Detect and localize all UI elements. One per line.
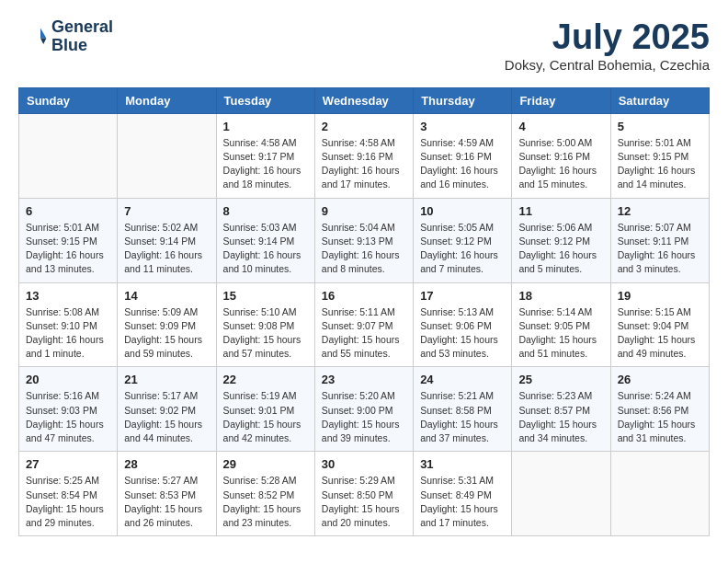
day-number: 9 [322, 204, 406, 218]
calendar-day-cell: 17Sunrise: 5:13 AM Sunset: 9:06 PM Dayli… [414, 282, 512, 367]
day-number: 15 [223, 289, 308, 303]
calendar-day-cell: 14Sunrise: 5:09 AM Sunset: 9:09 PM Dayli… [118, 282, 216, 367]
day-number: 20 [26, 373, 110, 386]
day-info: Sunrise: 5:31 AM Sunset: 8:49 PM Dayligh… [420, 474, 505, 530]
calendar-week-row: 20Sunrise: 5:16 AM Sunset: 9:03 PM Dayli… [19, 367, 710, 452]
calendar-day-cell: 22Sunrise: 5:19 AM Sunset: 9:01 PM Dayli… [216, 367, 314, 452]
calendar-day-cell: 19Sunrise: 5:15 AM Sunset: 9:04 PM Dayli… [610, 282, 709, 367]
day-info: Sunrise: 5:19 AM Sunset: 9:01 PM Dayligh… [223, 389, 308, 445]
day-info: Sunrise: 5:01 AM Sunset: 9:15 PM Dayligh… [26, 221, 110, 277]
calendar-day-cell: 13Sunrise: 5:08 AM Sunset: 9:10 PM Dayli… [19, 282, 118, 367]
day-info: Sunrise: 4:58 AM Sunset: 9:17 PM Dayligh… [223, 136, 308, 192]
calendar-day-cell [19, 113, 118, 198]
calendar-week-row: 1Sunrise: 4:58 AM Sunset: 9:17 PM Daylig… [19, 113, 710, 198]
weekday-header-cell: Sunday [19, 87, 118, 113]
day-number: 21 [124, 373, 209, 386]
day-number: 4 [518, 120, 603, 133]
calendar-day-cell [118, 113, 216, 198]
calendar-day-cell: 11Sunrise: 5:06 AM Sunset: 9:12 PM Dayli… [512, 198, 610, 282]
calendar-day-cell: 31Sunrise: 5:31 AM Sunset: 8:49 PM Dayli… [414, 452, 512, 536]
day-info: Sunrise: 5:16 AM Sunset: 9:03 PM Dayligh… [26, 389, 110, 445]
weekday-header-row: SundayMondayTuesdayWednesdayThursdayFrid… [19, 87, 710, 113]
day-info: Sunrise: 5:24 AM Sunset: 8:56 PM Dayligh… [618, 389, 702, 445]
day-info: Sunrise: 5:23 AM Sunset: 8:57 PM Dayligh… [518, 389, 603, 445]
svg-marker-1 [40, 38, 46, 43]
calendar-day-cell: 25Sunrise: 5:23 AM Sunset: 8:57 PM Dayli… [512, 367, 610, 452]
calendar-day-cell: 1Sunrise: 4:58 AM Sunset: 9:17 PM Daylig… [216, 113, 314, 198]
day-info: Sunrise: 5:03 AM Sunset: 9:14 PM Dayligh… [223, 221, 308, 277]
page-header: General Blue July 2025 Doksy, Central Bo… [18, 18, 710, 73]
day-number: 25 [518, 373, 603, 386]
calendar-day-cell: 8Sunrise: 5:03 AM Sunset: 9:14 PM Daylig… [216, 198, 314, 282]
calendar-day-cell: 26Sunrise: 5:24 AM Sunset: 8:56 PM Dayli… [610, 367, 709, 452]
weekday-header-cell: Friday [512, 87, 610, 113]
day-number: 8 [223, 204, 308, 218]
day-number: 11 [518, 204, 603, 218]
day-number: 6 [26, 204, 110, 218]
calendar-day-cell: 29Sunrise: 5:28 AM Sunset: 8:52 PM Dayli… [216, 452, 314, 536]
calendar-day-cell: 28Sunrise: 5:27 AM Sunset: 8:53 PM Dayli… [118, 452, 216, 536]
day-number: 27 [26, 457, 110, 471]
day-info: Sunrise: 5:25 AM Sunset: 8:54 PM Dayligh… [26, 474, 110, 530]
day-number: 3 [420, 120, 505, 133]
calendar-day-cell: 18Sunrise: 5:14 AM Sunset: 9:05 PM Dayli… [512, 282, 610, 367]
day-number: 1 [223, 120, 308, 133]
day-info: Sunrise: 5:11 AM Sunset: 9:07 PM Dayligh… [322, 305, 406, 362]
calendar-week-row: 6Sunrise: 5:01 AM Sunset: 9:15 PM Daylig… [19, 198, 710, 282]
location: Doksy, Central Bohemia, Czechia [505, 57, 710, 73]
calendar-day-cell: 12Sunrise: 5:07 AM Sunset: 9:11 PM Dayli… [610, 198, 709, 282]
calendar-day-cell [610, 452, 709, 536]
month-year: July 2025 [505, 18, 710, 57]
day-number: 10 [420, 204, 505, 218]
calendar-week-row: 27Sunrise: 5:25 AM Sunset: 8:54 PM Dayli… [19, 452, 710, 536]
weekday-header-cell: Wednesday [314, 87, 413, 113]
day-info: Sunrise: 5:08 AM Sunset: 9:10 PM Dayligh… [26, 305, 110, 362]
weekday-header-cell: Monday [118, 87, 216, 113]
day-info: Sunrise: 5:05 AM Sunset: 9:12 PM Dayligh… [420, 221, 505, 277]
day-number: 7 [124, 204, 209, 218]
day-number: 16 [322, 289, 406, 303]
day-info: Sunrise: 5:21 AM Sunset: 8:58 PM Dayligh… [420, 389, 505, 445]
day-number: 24 [420, 373, 505, 386]
day-info: Sunrise: 5:09 AM Sunset: 9:09 PM Dayligh… [124, 305, 209, 362]
calendar-day-cell: 9Sunrise: 5:04 AM Sunset: 9:13 PM Daylig… [314, 198, 413, 282]
calendar-day-cell: 23Sunrise: 5:20 AM Sunset: 9:00 PM Dayli… [314, 367, 413, 452]
day-number: 29 [223, 457, 308, 471]
calendar-day-cell: 6Sunrise: 5:01 AM Sunset: 9:15 PM Daylig… [19, 198, 118, 282]
day-info: Sunrise: 5:15 AM Sunset: 9:04 PM Dayligh… [618, 305, 702, 362]
calendar-day-cell: 10Sunrise: 5:05 AM Sunset: 9:12 PM Dayli… [414, 198, 512, 282]
calendar-day-cell: 7Sunrise: 5:02 AM Sunset: 9:14 PM Daylig… [118, 198, 216, 282]
calendar-day-cell: 27Sunrise: 5:25 AM Sunset: 8:54 PM Dayli… [19, 452, 118, 536]
calendar-day-cell [512, 452, 610, 536]
weekday-header-cell: Saturday [610, 87, 709, 113]
day-number: 31 [420, 457, 505, 471]
weekday-header-cell: Tuesday [216, 87, 314, 113]
day-info: Sunrise: 4:59 AM Sunset: 9:16 PM Dayligh… [420, 136, 505, 192]
day-number: 18 [518, 289, 603, 303]
day-info: Sunrise: 5:13 AM Sunset: 9:06 PM Dayligh… [420, 305, 505, 362]
day-info: Sunrise: 5:07 AM Sunset: 9:11 PM Dayligh… [618, 221, 702, 277]
day-info: Sunrise: 5:14 AM Sunset: 9:05 PM Dayligh… [518, 305, 603, 362]
calendar-day-cell: 16Sunrise: 5:11 AM Sunset: 9:07 PM Dayli… [314, 282, 413, 367]
day-number: 23 [322, 373, 406, 386]
calendar-day-cell: 2Sunrise: 4:58 AM Sunset: 9:16 PM Daylig… [314, 113, 413, 198]
day-info: Sunrise: 5:17 AM Sunset: 9:02 PM Dayligh… [124, 389, 209, 445]
calendar-day-cell: 30Sunrise: 5:29 AM Sunset: 8:50 PM Dayli… [314, 452, 413, 536]
day-number: 14 [124, 289, 209, 303]
day-number: 30 [322, 457, 406, 471]
day-number: 26 [618, 373, 702, 386]
calendar-body: 1Sunrise: 4:58 AM Sunset: 9:17 PM Daylig… [19, 113, 710, 535]
day-info: Sunrise: 5:04 AM Sunset: 9:13 PM Dayligh… [322, 221, 406, 277]
calendar-day-cell: 3Sunrise: 4:59 AM Sunset: 9:16 PM Daylig… [414, 113, 512, 198]
day-number: 22 [223, 373, 308, 386]
day-number: 28 [124, 457, 209, 471]
day-info: Sunrise: 5:27 AM Sunset: 8:53 PM Dayligh… [124, 474, 209, 530]
calendar-day-cell: 24Sunrise: 5:21 AM Sunset: 8:58 PM Dayli… [414, 367, 512, 452]
day-info: Sunrise: 4:58 AM Sunset: 9:16 PM Dayligh… [322, 136, 406, 192]
day-info: Sunrise: 5:01 AM Sunset: 9:15 PM Dayligh… [618, 136, 702, 192]
day-number: 17 [420, 289, 505, 303]
calendar-day-cell: 20Sunrise: 5:16 AM Sunset: 9:03 PM Dayli… [19, 367, 118, 452]
day-info: Sunrise: 5:28 AM Sunset: 8:52 PM Dayligh… [223, 474, 308, 530]
calendar-table: SundayMondayTuesdayWednesdayThursdayFrid… [18, 87, 710, 536]
day-number: 2 [322, 120, 406, 133]
